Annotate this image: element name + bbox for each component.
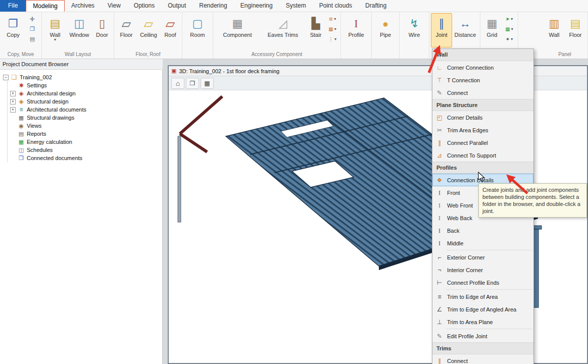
dropdown-arrow-icon: ▾ <box>511 17 513 21</box>
expand-plus-icon[interactable]: + <box>10 91 16 96</box>
ribbon-button-floor[interactable]: ▱Floor <box>116 13 137 47</box>
menu-item-trim-area-edges[interactable]: ✂Trim Area Edges <box>432 124 533 136</box>
menu-item-t-connection[interactable]: ⊤T Connection <box>432 74 533 86</box>
ribbon-small-button-copy-small-icon[interactable]: ❐ <box>25 25 39 33</box>
door-icon: ▯ <box>99 16 105 32</box>
ribbon-small-button-grid-small-icon[interactable]: ▦▾ <box>503 25 516 33</box>
menu-item-label: Web Back <box>447 215 472 221</box>
tab-options[interactable]: Options <box>127 0 161 12</box>
ribbon-button-floor[interactable]: ▤Floor <box>565 13 586 47</box>
ribbon-button-profile[interactable]: IProfile <box>342 13 370 47</box>
viewport-tool-window-layout[interactable]: ❒ <box>186 78 199 89</box>
tree-item-energy-calculation[interactable]: +▦Energy calculation <box>10 138 161 146</box>
menu-item-connect[interactable]: ✎Connect <box>432 86 533 99</box>
viewport-tool-grid-view[interactable]: ▦ <box>201 78 214 89</box>
tab-output[interactable]: Output <box>161 0 192 12</box>
menu-item-corner-details[interactable]: ◰Corner Details <box>432 111 533 124</box>
tree-item-views[interactable]: +◉Views <box>10 122 161 130</box>
ribbon-button-eaves-trims[interactable]: ◿Eaves Trims <box>260 13 306 47</box>
tree-item-label: Architectural documents <box>27 107 86 113</box>
menu-item-label: Exterior Corner <box>447 254 485 261</box>
ribbon-button-grid[interactable]: ▦Grid <box>482 13 502 47</box>
reports-icon: ▤ <box>18 131 25 137</box>
ribbon-button-ceiling[interactable]: ▱Ceiling <box>137 13 160 47</box>
ribbon-button-label: Eaves Trims <box>268 32 299 38</box>
ribbon-button-window[interactable]: ◫Window <box>67 13 92 47</box>
tab-file[interactable]: File <box>0 0 26 12</box>
tree-item-label: Structural drawings <box>27 115 74 121</box>
tree-item-reports[interactable]: +▤Reports <box>10 130 161 138</box>
ribbon-button-door[interactable]: ▯Door <box>92 13 112 47</box>
tree-item-structural-design[interactable]: +◈Structural design <box>10 97 161 106</box>
menu-item-label: Connect Profile Ends <box>447 280 499 286</box>
menu-item-connect-profile-ends[interactable]: ⊢Connect Profile Ends <box>432 276 533 289</box>
dropdown-arrow-icon: ▾ <box>334 27 336 31</box>
ribbon-button-component[interactable]: ▦Component <box>215 13 260 47</box>
expand-plus-icon[interactable]: + <box>10 99 16 105</box>
menu-item-trim-to-area-plane[interactable]: ⊥Trim to Area Plane <box>432 316 533 328</box>
menu-item-middle[interactable]: IMiddle <box>432 237 533 249</box>
tree-item-architectural-design[interactable]: +◈Architectural design <box>10 89 161 97</box>
ribbon-group-group-3: ▢Room <box>182 12 213 59</box>
ribbon-button-stair[interactable]: ▙Stair <box>306 13 326 47</box>
ribbon-group-buttons: ●Pipe <box>372 12 399 51</box>
menu-item-trim-to-edge-of-area[interactable]: ≡Trim to Edge of Area <box>432 290 533 303</box>
ribbon-button-wire[interactable]: ↯Wire <box>401 13 427 47</box>
menu-item-trim-to-edge-of-angled-area[interactable]: ∠Trim to Edge of Angled Area <box>432 303 533 316</box>
tree-item-structural-drawings[interactable]: +▦Structural drawings <box>10 114 161 122</box>
menu-item-edit-profile-joint[interactable]: ✎Edit Profile Joint <box>432 330 533 342</box>
expand-plus-icon[interactable]: + <box>10 107 16 113</box>
ribbon-button-label: Floor <box>120 32 132 38</box>
tree-item-connected-documents[interactable]: +❒Connected documents <box>10 154 161 162</box>
ribbon-button-distance[interactable]: ↔Distance <box>452 13 478 47</box>
tab-modeling[interactable]: Modeling <box>26 0 65 12</box>
ribbon-small-button-move-icon[interactable]: ✛ <box>25 15 39 23</box>
ribbon-button-wall[interactable]: ▤Wall▾ <box>43 13 67 47</box>
ribbon-group-buttons: ▱Floor▱Ceiling▱Roof <box>115 12 181 51</box>
ribbon-button-label: Profile <box>348 32 364 38</box>
tree-item-settings[interactable]: +✱Settings <box>10 81 161 89</box>
ribbon-small-button-accessory-more-icon[interactable]: ≣▾ <box>326 15 338 23</box>
ribbon-small-button-wrench-small-icon[interactable]: ✦▾ <box>503 35 516 43</box>
menu-item-connect[interactable]: ∥Connect <box>432 354 533 364</box>
ribbon-small-button-select-green-icon[interactable]: ➤▾ <box>503 15 516 23</box>
menu-item-connect-parallel[interactable]: ∥Connect Parallel <box>432 136 533 149</box>
ribbon-group-label <box>372 51 399 59</box>
tab-archives[interactable]: Archives <box>65 0 101 12</box>
tab-drafting[interactable]: Drafting <box>359 0 393 12</box>
menu-item-back[interactable]: IBack <box>432 224 533 237</box>
tab-point-clouds[interactable]: Point clouds <box>313 0 359 12</box>
wrench-small-icon: ✦ <box>506 36 510 42</box>
ribbon-button-pipe[interactable]: ●Pipe <box>373 13 398 47</box>
ribbon-button-copy[interactable]: ❐Copy <box>2 13 25 47</box>
tab-engineering[interactable]: Engineering <box>234 0 279 12</box>
tab-rendering[interactable]: Rendering <box>192 0 233 12</box>
tree-item-schedules[interactable]: +◫Schedules <box>10 146 161 154</box>
menu-item-exterior-corner[interactable]: ⌐Exterior Corner <box>432 251 533 264</box>
ribbon-button-wall[interactable]: ▥Wall <box>544 13 565 47</box>
ribbon-button-room[interactable]: ▢Room <box>184 13 211 47</box>
settings-icon: ✱ <box>18 83 25 88</box>
viewport-tool-home-view[interactable]: ⌂ <box>171 78 184 89</box>
ribbon-small-button-accessory-grid-icon[interactable]: ▦▾ <box>326 25 338 33</box>
tab-view[interactable]: View <box>101 0 127 12</box>
menu-item-corner-connection[interactable]: ∟Corner Connection <box>432 61 533 74</box>
ribbon-button-joint[interactable]: ∥Joint <box>431 13 452 47</box>
ribbon-button-label: Joint <box>435 32 447 38</box>
tab-system[interactable]: System <box>279 0 313 12</box>
menu-item-connect-to-support[interactable]: ⊿Connect To Support <box>432 149 533 162</box>
tree-root-training-002[interactable]: −❑Training_002 <box>3 73 161 81</box>
collapse-expander-icon[interactable]: − <box>3 75 9 80</box>
ribbon-button-roof[interactable]: ▱Roof <box>160 13 180 47</box>
menu-section-wall: Wall <box>432 49 533 61</box>
menu-item-label: Front <box>447 190 460 196</box>
ribbon-small-button-accessory-list-icon[interactable]: ⋮▾ <box>326 35 338 43</box>
ceiling-icon: ▱ <box>144 16 153 32</box>
ribbon-small-button-paste-small-icon[interactable]: ▤ <box>25 35 39 43</box>
architectural-documents-icon: ≡ <box>18 107 25 113</box>
ribbon-group-wall-layout: ▤Wall▾◫Window▯DoorWall Layout <box>42 12 114 59</box>
tree-item-architectural-documents[interactable]: +≡Architectural documents <box>10 106 161 114</box>
menu-item-interior-corner[interactable]: ¬Interior Corner <box>432 264 533 276</box>
views-icon: ◉ <box>18 123 25 129</box>
structural-design-icon: ◈ <box>18 98 25 105</box>
